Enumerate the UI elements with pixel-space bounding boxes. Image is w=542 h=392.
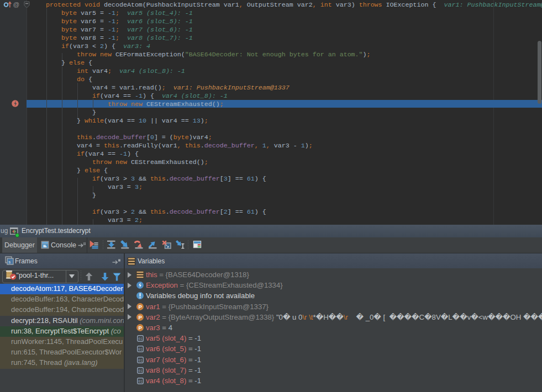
svg-text:01: 01 — [138, 358, 143, 362]
svg-text:01: 01 — [138, 369, 143, 373]
svg-text:P: P — [139, 325, 143, 331]
svg-text:01: 01 — [138, 348, 143, 352]
svg-text:01: 01 — [138, 380, 143, 384]
svg-text:P: P — [139, 304, 143, 310]
svg-text:01: 01 — [138, 337, 143, 341]
svg-text:P: P — [139, 314, 143, 320]
svg-text:s: s — [8, 259, 10, 264]
